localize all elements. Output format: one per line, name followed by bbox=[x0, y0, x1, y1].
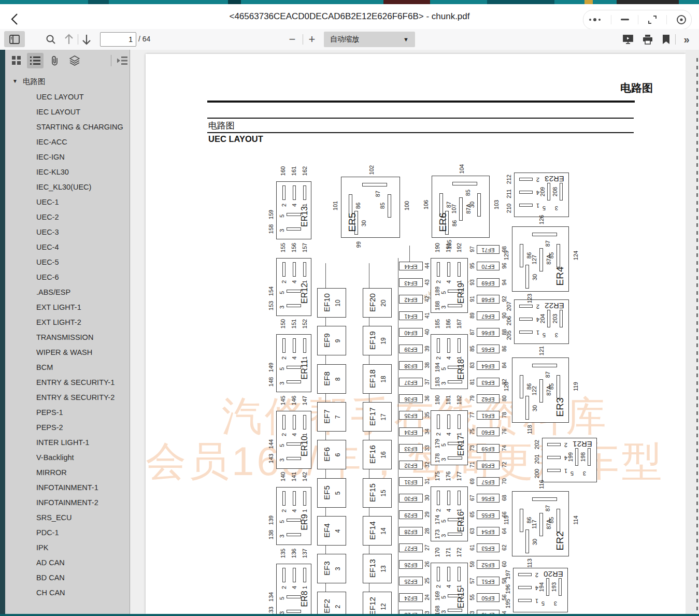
zoom-in-button[interactable]: + bbox=[305, 32, 319, 47]
connector-number: 123 bbox=[525, 283, 534, 314]
outline-item-entry-security-2[interactable]: ENTRY & SECURITY-2 bbox=[5, 390, 130, 405]
window-edge-tick bbox=[696, 171, 698, 175]
window-edge-tick bbox=[696, 73, 698, 77]
fuse-name: EF2 bbox=[322, 591, 332, 614]
outline-item-uec-1[interactable]: UEC-1 bbox=[5, 195, 130, 210]
attachments-icon[interactable] bbox=[47, 53, 63, 68]
outline-item-iec-kl30-uec-[interactable]: IEC_KL30(UEC) bbox=[5, 180, 130, 195]
outline-item-v-backlight[interactable]: V-Backlight bbox=[5, 450, 130, 465]
previous-page-button[interactable] bbox=[62, 32, 76, 47]
outline-item-ipk[interactable]: IPK bbox=[5, 540, 130, 555]
fuse-name: EF23 bbox=[398, 610, 423, 614]
outline-view-icon[interactable] bbox=[27, 53, 44, 68]
window-controls bbox=[583, 10, 692, 30]
connector-number: 136 bbox=[289, 538, 298, 569]
fuse-number: 5 bbox=[333, 478, 343, 509]
fuse-name: EF54 bbox=[476, 527, 501, 536]
fuse-name: EF18 bbox=[368, 363, 377, 394]
outline-item-iec-kl30[interactable]: IEC-KL30 bbox=[5, 165, 130, 180]
maximize-restore-icon[interactable] bbox=[648, 15, 657, 24]
connector-number: 160 bbox=[278, 155, 288, 187]
pin-label: 85 bbox=[547, 505, 556, 536]
outline-item-infotainment-2[interactable]: INFOTAINMENT-2 bbox=[5, 495, 130, 510]
outline-item-iec-layout[interactable]: IEC LAYOUT bbox=[5, 105, 130, 120]
outline-item-mirror[interactable]: MIRROR bbox=[5, 465, 130, 480]
page-number-input[interactable] bbox=[100, 32, 136, 47]
outline-item-pdc-1[interactable]: PDC-1 bbox=[5, 525, 130, 540]
connector-number: 186 bbox=[444, 308, 453, 339]
window-edge-tick bbox=[696, 426, 698, 430]
fuse-name: EF51 bbox=[476, 577, 501, 586]
outline-item-infotainment-1[interactable]: INFOTAINMENT-1 bbox=[5, 480, 130, 495]
more-options-icon[interactable] bbox=[588, 17, 602, 22]
fuse-name: EF31 bbox=[398, 478, 423, 486]
connector-number: 145 bbox=[278, 385, 288, 416]
outline-item-uec-2[interactable]: UEC-2 bbox=[5, 210, 130, 225]
outline-item-ad-can[interactable]: AD CAN bbox=[5, 555, 130, 570]
window-edge-tick bbox=[696, 313, 698, 317]
search-icon[interactable] bbox=[44, 32, 58, 47]
header-rule bbox=[207, 101, 635, 103]
outline-item-ext-light-1[interactable]: EXT LIGHT-1 bbox=[5, 300, 130, 315]
pin-bar bbox=[560, 183, 563, 200]
zoom-out-button[interactable]: − bbox=[285, 32, 299, 47]
more-tools-button[interactable]: » bbox=[679, 32, 694, 47]
divider bbox=[611, 15, 611, 24]
fuse-label: 3 bbox=[544, 331, 569, 339]
bookmark-icon[interactable] bbox=[659, 32, 673, 47]
outline-item-uec-5[interactable]: UEC-5 bbox=[5, 255, 130, 270]
connector-number: 172 bbox=[454, 537, 464, 568]
outline-root-item[interactable]: ▼ 电路图 bbox=[5, 74, 130, 90]
connector-number: 138 bbox=[266, 519, 276, 550]
outline-item-peps-1[interactable]: PEPS-1 bbox=[5, 405, 130, 420]
outline-item-srs-ecu[interactable]: SRS_ECU bbox=[5, 510, 130, 525]
connector-number: 104 bbox=[457, 153, 466, 184]
outline-item-starting-charging[interactable]: STARTING & CHARGING bbox=[5, 120, 130, 135]
connector-number: 148 bbox=[266, 366, 276, 397]
window-edge-tick bbox=[696, 291, 698, 295]
scrollbar-track[interactable] bbox=[686, 50, 699, 614]
fuse-name: EF10 bbox=[322, 287, 332, 318]
close-record-icon[interactable] bbox=[676, 15, 687, 25]
outline-item-uec-4[interactable]: UEC-4 bbox=[5, 240, 130, 255]
section-rule-bottom bbox=[207, 132, 634, 133]
outline-item-iec-acc[interactable]: IEC-ACC bbox=[5, 135, 130, 150]
thumbnails-view-icon[interactable] bbox=[8, 53, 25, 68]
pdf-viewer-area[interactable]: 电路图 电路图 UEC LAYOUT 汽修帮手在线资料库 会员168/年，每周更… bbox=[130, 50, 699, 614]
fuse-name: EF41 bbox=[398, 312, 423, 321]
window-edge-tick bbox=[696, 111, 698, 114]
layers-icon[interactable] bbox=[66, 53, 83, 68]
outline-item-entry-security-1[interactable]: ENTRY & SECURITY-1 bbox=[5, 375, 130, 390]
outline-item-ch-can[interactable]: CH CAN bbox=[5, 585, 130, 600]
outline-item-iec-ign[interactable]: IEC-IGN bbox=[5, 150, 130, 165]
fuse-number: 6 bbox=[333, 439, 343, 470]
fuse-name: EF50 bbox=[476, 594, 501, 603]
pin-bar bbox=[459, 197, 463, 221]
outline-item-uec-6[interactable]: UEC-6 bbox=[5, 270, 130, 285]
sidebar-toggle-button[interactable] bbox=[4, 31, 25, 47]
outline-item-wiper-wash[interactable]: WIPER & WASH bbox=[5, 345, 130, 360]
window-edge-tick bbox=[696, 178, 698, 182]
relay-name: ER9 bbox=[300, 507, 309, 538]
outline-item-uec-layout[interactable]: UEC LAYOUT bbox=[5, 90, 130, 105]
outline-item-uec-3[interactable]: UEC-3 bbox=[5, 225, 130, 240]
outline-item-peps-2[interactable]: PEPS-2 bbox=[5, 420, 130, 435]
presentation-mode-icon[interactable] bbox=[621, 32, 635, 47]
connector-number: 177 bbox=[454, 461, 464, 492]
scroll-to-current-outline-icon[interactable] bbox=[114, 53, 131, 68]
fuse-number: 23 bbox=[422, 598, 432, 614]
next-page-button[interactable] bbox=[80, 32, 93, 47]
window-edge-tick bbox=[696, 449, 698, 452]
outline-item-ext-light-2[interactable]: EXT LIGHT-2 bbox=[5, 315, 130, 330]
print-icon[interactable] bbox=[640, 32, 655, 47]
outline-item-inter-light-1[interactable]: INTER LIGHT-1 bbox=[5, 435, 130, 450]
minimize-icon[interactable] bbox=[621, 19, 629, 21]
outline-item-bcm[interactable]: BCM bbox=[5, 360, 130, 375]
fuse-name: EF6 bbox=[322, 439, 332, 470]
outline-item-transmission[interactable]: TRANSMISSION bbox=[5, 330, 130, 345]
outline-item-bd-can[interactable]: BD CAN bbox=[5, 570, 130, 585]
pin-label: 3 bbox=[277, 597, 287, 614]
connector-number: 118 bbox=[525, 414, 534, 445]
zoom-level-select[interactable]: 自动缩放 ▼ bbox=[324, 32, 415, 47]
outline-item--abs-esp[interactable]: .ABS/ESP bbox=[5, 285, 130, 300]
